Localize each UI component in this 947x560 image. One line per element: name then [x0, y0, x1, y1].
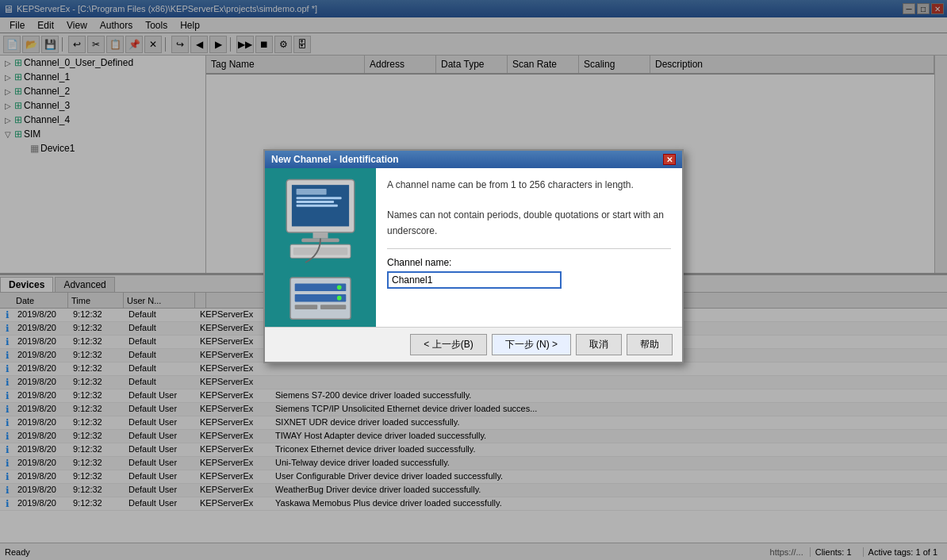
dialog-illustration [265, 168, 376, 327]
channel-name-section: Channel name: [387, 257, 671, 289]
dialog-divider [387, 248, 671, 249]
svg-rect-9 [293, 247, 347, 255]
svg-rect-4 [297, 201, 335, 203]
svg-rect-16 [320, 305, 346, 309]
dialog-close-button[interactable]: ✕ [663, 154, 676, 165]
svg-rect-5 [297, 205, 338, 207]
help-button[interactable]: 帮助 [627, 334, 673, 355]
next-button[interactable]: 下一步 (N) > [492, 334, 571, 355]
svg-rect-3 [297, 197, 342, 199]
svg-point-14 [337, 296, 342, 301]
channel-name-input[interactable] [387, 271, 562, 289]
dialog-footer: < 上一步(B) 下一步 (N) > 取消 帮助 [265, 327, 682, 362]
computer-illustration [273, 172, 368, 323]
svg-rect-6 [313, 232, 328, 239]
channel-name-label: Channel name: [387, 257, 671, 268]
dialog-body: A channel name can be from 1 to 256 char… [265, 168, 682, 327]
svg-rect-15 [295, 305, 318, 309]
svg-point-13 [337, 286, 342, 290]
new-channel-dialog: New Channel - Identification ✕ [263, 149, 684, 363]
dialog-content: A channel name can be from 1 to 256 char… [376, 168, 682, 327]
svg-rect-2 [297, 189, 327, 195]
dialog-overlay: New Channel - Identification ✕ [0, 0, 947, 560]
back-button[interactable]: < 上一步(B) [410, 334, 486, 355]
dialog-description: A channel name can be from 1 to 256 char… [387, 178, 671, 239]
cancel-button[interactable]: 取消 [576, 334, 622, 355]
dialog-title-text: New Channel - Identification [271, 154, 399, 165]
dialog-title-bar: New Channel - Identification ✕ [265, 151, 682, 168]
